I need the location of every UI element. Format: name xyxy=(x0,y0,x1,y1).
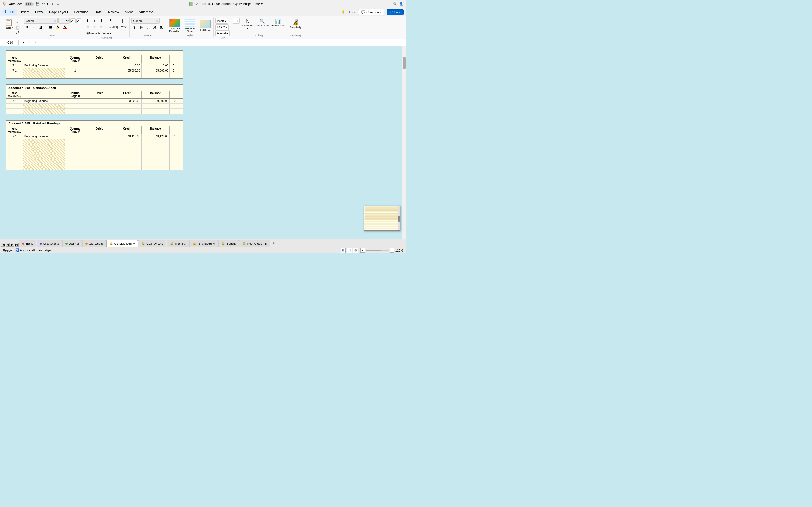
merge-center-btn[interactable]: ⊞ Merge & Center ▾ xyxy=(85,31,113,36)
search-icon[interactable]: 🔍 xyxy=(393,2,397,6)
align-middle-btn[interactable]: ↕ xyxy=(91,18,98,24)
number-format-select[interactable]: General xyxy=(132,18,160,24)
settings-icon[interactable]: 👤 xyxy=(399,2,403,6)
undo-dropdown[interactable]: ▾ xyxy=(47,2,49,6)
tab-trial-bal[interactable]: 🔒Trial Bal xyxy=(167,240,189,247)
tab-gl-assets[interactable]: GL Assets xyxy=(82,240,106,247)
borders-btn[interactable]: ▦ xyxy=(48,24,54,30)
copy-btn[interactable]: 📋 xyxy=(15,25,20,30)
cell-date[interactable]: 7-1 xyxy=(6,63,23,68)
sort-filter-btn[interactable]: ⇅ Sort & Filter ▾ xyxy=(241,18,254,31)
delete-btn[interactable]: Delete ▾ xyxy=(215,24,229,30)
align-left-btn[interactable]: ≡ xyxy=(85,24,91,30)
formula-input[interactable] xyxy=(38,40,404,45)
autosave-toggle[interactable]: AutoSave OFF xyxy=(9,2,34,6)
tab-prev-btn[interactable]: ◀ xyxy=(6,243,10,247)
tab-gl-rev-exp[interactable]: 🔒GL Rev-Exp xyxy=(138,240,166,247)
menu-insert[interactable]: Insert xyxy=(17,9,32,15)
cell-cr[interactable]: Cr xyxy=(170,63,178,68)
cell-cr-305[interactable]: Cr xyxy=(170,134,178,139)
bold-btn[interactable]: B xyxy=(24,24,30,30)
comments-btn[interactable]: 💬 Comments xyxy=(358,9,384,15)
cell-balance-305[interactable]: 48,125.00 xyxy=(142,134,170,139)
sensitivity-btn[interactable]: 🔏 Sensitivity xyxy=(288,18,303,30)
tab-balsht[interactable]: 🔒BalSht xyxy=(218,240,239,247)
cell-credit-300[interactable]: 50,000.00 xyxy=(113,99,142,103)
cell-journal[interactable]: 1 xyxy=(65,68,85,73)
cell-date-305[interactable]: 7-1 xyxy=(6,134,23,139)
cell-debit-300[interactable] xyxy=(85,99,113,103)
menu-view[interactable]: View xyxy=(122,9,135,15)
cell-reference-input[interactable] xyxy=(2,40,18,45)
menu-draw[interactable]: Draw xyxy=(32,9,46,15)
decrease-font-btn[interactable]: A↓ xyxy=(77,18,82,23)
underline-btn[interactable]: U xyxy=(38,24,44,30)
align-center-btn[interactable]: ≡ xyxy=(91,24,98,30)
page-break-view-btn[interactable]: ⊟ xyxy=(353,248,358,253)
cell-debit[interactable] xyxy=(85,63,113,68)
cell-journal[interactable] xyxy=(65,63,85,68)
redo-btn[interactable]: ↪ xyxy=(51,2,53,6)
font-name-select[interactable]: Calibri xyxy=(24,18,57,24)
more-commands-btn[interactable]: ••• xyxy=(56,2,59,6)
undo-btn[interactable]: ↩ xyxy=(42,2,45,6)
increase-font-btn[interactable]: A↑ xyxy=(70,18,75,23)
cell-cr[interactable]: Cr xyxy=(170,68,178,73)
currency-btn[interactable]: $ xyxy=(132,25,138,31)
align-right-btn[interactable]: ≡ xyxy=(98,24,104,30)
conditional-formatting-btn[interactable]: Conditional Formatting xyxy=(168,18,182,33)
tab-first-btn[interactable]: |◀ xyxy=(1,243,5,247)
percent-btn[interactable]: % xyxy=(138,25,144,31)
menu-page-layout[interactable]: Page Layout xyxy=(46,9,71,15)
format-painter-btn[interactable]: 🖌 xyxy=(15,31,20,35)
cell-credit-305[interactable]: 48,125.00 xyxy=(113,134,142,139)
cell-balance[interactable]: 35,000.00 xyxy=(142,68,170,73)
cell-credit[interactable]: 35,000.00 xyxy=(113,68,142,73)
zoom-in-btn[interactable]: + xyxy=(390,248,394,252)
menu-data[interactable]: Data xyxy=(92,9,104,15)
cell-styles-btn[interactable]: Cell Styles xyxy=(198,19,212,32)
confirm-formula-btn[interactable]: ✓ xyxy=(27,40,31,45)
font-color-btn[interactable]: A xyxy=(62,24,68,30)
menu-home[interactable]: Home xyxy=(2,9,17,15)
tab-next-btn[interactable]: ▶ xyxy=(10,243,14,247)
tab-chart-accts[interactable]: Chart Accts xyxy=(37,240,62,247)
format-as-table-btn[interactable]: Format as Table xyxy=(183,18,197,33)
format-btn[interactable]: Format ▾ xyxy=(215,31,230,36)
find-select-btn[interactable]: 🔍 Find & Select ▾ xyxy=(255,18,270,31)
cell-debit[interactable] xyxy=(85,68,113,73)
cell-journal-305[interactable] xyxy=(65,134,85,139)
text-direction-btn[interactable]: ↰ xyxy=(107,18,114,24)
right-scrollbar[interactable] xyxy=(402,46,406,239)
fill-color-btn[interactable]: A xyxy=(55,24,61,30)
tab-is-sequity[interactable]: 🔒IS & SEquity xyxy=(190,240,218,247)
tab-journal[interactable]: Journal xyxy=(62,240,82,247)
tab-last-btn[interactable]: ▶| xyxy=(15,243,18,247)
decrease-decimal-btn[interactable]: 0. xyxy=(158,25,165,31)
page-layout-view-btn[interactable]: 📄 xyxy=(347,248,352,253)
menu-review[interactable]: Review xyxy=(105,9,122,15)
cancel-formula-btn[interactable]: ✕ xyxy=(21,40,26,45)
cell-balance-300[interactable]: 50,000.00 xyxy=(142,99,170,103)
mini-preview-scrollbar[interactable] xyxy=(398,206,400,230)
zoom-slider[interactable] xyxy=(366,250,389,251)
analyze-data-btn[interactable]: 📊 Analyze Data xyxy=(271,18,285,31)
insert-function-btn[interactable]: fx xyxy=(33,40,37,45)
home-icon[interactable]: 🏠 xyxy=(3,2,7,6)
wrap-text-btn[interactable]: ↲ Wrap Text ▾ xyxy=(107,24,128,30)
align-top-btn[interactable]: ⬆ xyxy=(85,18,91,24)
save-icon[interactable]: 💾 xyxy=(36,2,40,6)
tab-post-close-tb[interactable]: 🔒Post Close TB xyxy=(239,240,270,247)
cell-desc-305[interactable]: Beginning Balance xyxy=(23,134,65,139)
cell-journal-300[interactable] xyxy=(65,99,85,103)
indent-decrease-btn[interactable]: ←| xyxy=(114,18,120,24)
cell-credit[interactable]: 0.00 xyxy=(113,63,142,68)
align-bottom-btn[interactable]: ⬇ xyxy=(98,18,104,24)
cell-cr-300[interactable]: Cr xyxy=(170,99,178,103)
tell-me[interactable]: 💡 Tell me xyxy=(341,10,356,14)
increase-decimal-btn[interactable]: .0 xyxy=(152,25,158,31)
tab-gl-liab-equity[interactable]: 🔒GL Liab-Equity xyxy=(106,240,138,247)
normal-view-btn[interactable]: ⊞ xyxy=(341,248,346,253)
sum-btn[interactable]: Σ ▾ xyxy=(233,18,240,24)
add-sheet-btn[interactable]: + xyxy=(270,240,277,247)
